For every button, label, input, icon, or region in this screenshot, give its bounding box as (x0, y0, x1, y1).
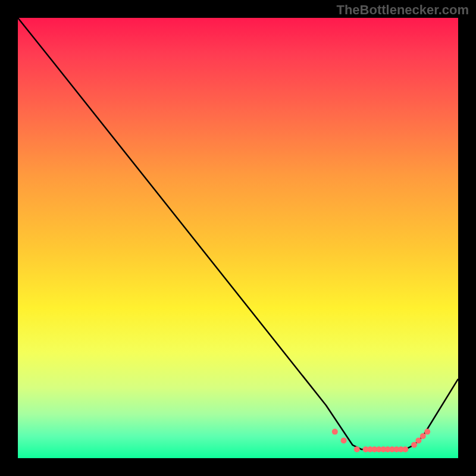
marker-dot (411, 442, 417, 448)
marker-dot (420, 433, 426, 439)
marker-dot (341, 437, 347, 443)
watermark-text: TheBottlenecker.com (336, 2, 469, 18)
curve-layer (18, 18, 458, 458)
marker-dot (424, 429, 430, 435)
marker-group (332, 429, 430, 453)
marker-dot (332, 429, 338, 435)
chart-container: TheBottlenecker.com (0, 0, 476, 476)
marker-dot (354, 446, 360, 452)
bottleneck-curve (18, 18, 458, 449)
plot-area (18, 18, 458, 458)
marker-dot (415, 437, 421, 443)
marker-dot (402, 446, 408, 452)
